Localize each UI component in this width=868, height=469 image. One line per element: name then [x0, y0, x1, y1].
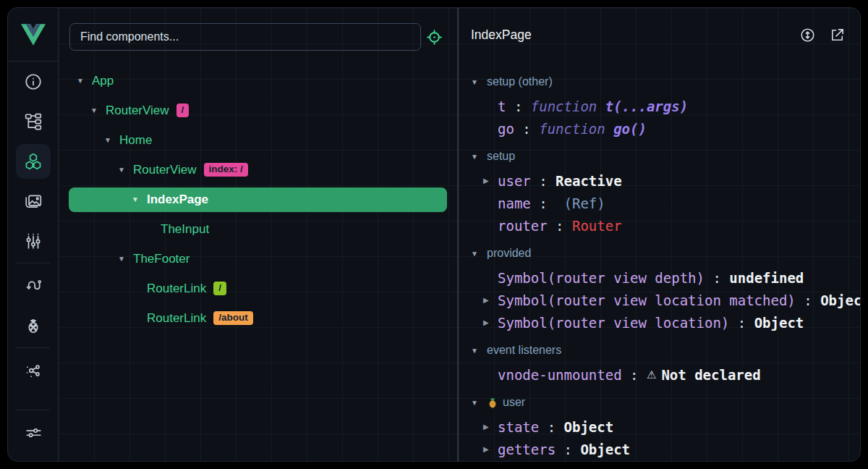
section-header-provided[interactable]: ▼provided — [459, 240, 860, 266]
section-header-setup-other[interactable]: ▼setup (other) — [459, 69, 860, 95]
inspect-component-button[interactable] — [421, 24, 447, 50]
state-section-setup-other: ▼setup (other)t : function t(...args)go … — [459, 69, 860, 140]
scroll-to-component-button[interactable] — [799, 26, 816, 43]
state-key: vnode-unmounted — [498, 367, 622, 383]
sidebar-bottom-group — [8, 407, 58, 461]
tree-row-home[interactable]: ▼Home — [59, 125, 457, 155]
state-value: t(...args) — [605, 98, 688, 114]
state-row-symbol-router-view-location[interactable]: ▶Symbol(router view location) : Object — [459, 311, 860, 334]
component-state-panel: IndexPage ▼se — [459, 8, 860, 461]
key-value-separator: : — [531, 195, 556, 211]
route-badge: / — [213, 282, 226, 295]
caret-right-icon[interactable]: ▶ — [483, 177, 494, 185]
caret-down-icon[interactable]: ▼ — [88, 106, 100, 114]
tree-row-theinput[interactable]: TheInput — [59, 214, 457, 244]
state-row-state[interactable]: ▶state : Object — [459, 415, 860, 438]
tree-row-routerview[interactable]: ▼RouterViewindex: / — [59, 155, 457, 185]
state-row-getters[interactable]: ▶getters : Object — [459, 438, 860, 460]
components-hexagons-icon — [24, 152, 43, 171]
component-name: TheInput — [161, 222, 209, 237]
component-tree: ▼App▼RouterView/▼Home▼RouterViewindex: /… — [59, 51, 457, 333]
state-row-t[interactable]: t : function t(...args) — [459, 95, 860, 117]
state-section-setup: ▼setup▶user : Reactivename : (Ref)router… — [459, 143, 860, 237]
caret-down-icon[interactable]: ▼ — [129, 195, 141, 203]
key-value-separator: : — [705, 270, 729, 286]
section-label: user — [503, 396, 525, 409]
state-value: Object — [754, 315, 804, 331]
state-key: go — [498, 121, 514, 137]
caret-down-icon[interactable]: ▼ — [471, 250, 482, 258]
sidebar-item-router[interactable] — [8, 266, 58, 305]
state-row-symbol-router-view-depth[interactable]: Symbol(router view depth) : undefined — [459, 266, 860, 289]
section-header-setup[interactable]: ▼setup — [459, 143, 860, 169]
state-panel-toolbar — [799, 26, 846, 43]
component-name: Home — [119, 133, 152, 148]
caret-right-icon[interactable]: ▶ — [483, 318, 494, 326]
route-badge: index: / — [204, 163, 248, 177]
sidebar-item-component-tree[interactable] — [8, 101, 58, 141]
crosshair-icon — [426, 29, 443, 46]
warning-icon: ⚠ — [647, 368, 661, 381]
tree-row-thefooter[interactable]: ▼TheFooter — [59, 244, 457, 274]
caret-down-icon[interactable]: ▼ — [75, 77, 86, 85]
settings-sliders-icon — [24, 423, 43, 442]
key-value-separator: : — [539, 419, 563, 435]
sidebar-item-overview[interactable] — [8, 62, 58, 101]
sidebar-item-pinia[interactable] — [8, 305, 58, 345]
section-header-event-listeners[interactable]: ▼event listeners — [459, 337, 860, 363]
state-key: router — [498, 218, 548, 234]
caret-down-icon[interactable]: ▼ — [471, 78, 482, 86]
sidebar-item-components[interactable] — [8, 141, 58, 181]
caret-right-icon[interactable]: ▶ — [483, 296, 494, 304]
open-in-editor-button[interactable] — [828, 26, 846, 43]
tree-row-routerlink[interactable]: RouterLink/about — [59, 303, 457, 333]
component-name: RouterView — [106, 103, 169, 118]
state-row-router[interactable]: router : Router — [459, 214, 860, 237]
state-value: function — [531, 98, 605, 114]
state-key: Symbol(router view depth) — [498, 270, 705, 286]
state-value: Not declared — [661, 367, 760, 383]
caret-down-icon[interactable]: ▼ — [102, 136, 114, 144]
state-row-symbol-router-view-location-matched[interactable]: ▶Symbol(router view location matched) : … — [459, 289, 860, 311]
caret-down-icon[interactable]: ▼ — [116, 166, 127, 174]
key-value-separator: : — [506, 98, 530, 114]
vue-devtools-window: ▼App▼RouterView/▼Home▼RouterViewindex: /… — [0, 0, 868, 469]
component-name: RouterLink — [147, 311, 206, 326]
section-label: setup (other) — [487, 75, 553, 88]
key-value-separator: : — [796, 292, 820, 308]
pinia-pineapple-icon — [487, 397, 498, 408]
section-label: provided — [487, 247, 531, 260]
tree-row-routerview[interactable]: ▼RouterView/ — [59, 96, 457, 125]
caret-down-icon[interactable]: ▼ — [116, 255, 127, 263]
section-header-user[interactable]: ▼user — [459, 389, 860, 415]
state-key: getters — [498, 441, 556, 457]
caret-down-icon[interactable]: ▼ — [471, 153, 482, 161]
state-row-user[interactable]: ▶user : Reactive — [459, 169, 860, 192]
search-input[interactable] — [69, 23, 421, 51]
route-badge: /about — [213, 311, 253, 325]
caret-right-icon[interactable]: ▶ — [483, 423, 494, 431]
sidebar-item-graph[interactable] — [8, 350, 58, 390]
vue-logo-icon — [21, 24, 46, 46]
state-sections: ▼setup (other)t : function t(...args)go … — [459, 62, 860, 461]
tree-row-app[interactable]: ▼App — [59, 66, 457, 96]
key-value-separator: : — [514, 121, 539, 137]
state-row-name[interactable]: name : (Ref) — [459, 192, 860, 214]
caret-right-icon[interactable]: ▶ — [483, 445, 494, 453]
state-key: t — [498, 98, 506, 114]
sidebar-item-settings[interactable] — [8, 413, 58, 452]
mixer-sliders-icon — [24, 232, 43, 250]
caret-down-icon[interactable]: ▼ — [471, 399, 482, 407]
tree-row-routerlink[interactable]: RouterLink/ — [59, 274, 457, 303]
caret-down-icon[interactable]: ▼ — [471, 347, 482, 355]
state-row-go[interactable]: go : function go() — [459, 117, 860, 140]
pinia-pineapple-outline-icon — [24, 316, 43, 335]
state-key: state — [498, 419, 539, 435]
state-key: name — [498, 195, 531, 211]
state-row-vnode-unmounted[interactable]: vnode-unmounted : ⚠Not declared — [459, 363, 860, 386]
graph-nodes-icon — [24, 361, 43, 380]
sidebar-item-assets[interactable] — [8, 181, 58, 221]
state-section-user: ▼user▶state : Object▶getters : Object — [459, 389, 860, 460]
sidebar-item-timeline[interactable] — [8, 221, 58, 261]
tree-row-indexpage[interactable]: ▼IndexPage — [69, 187, 447, 212]
